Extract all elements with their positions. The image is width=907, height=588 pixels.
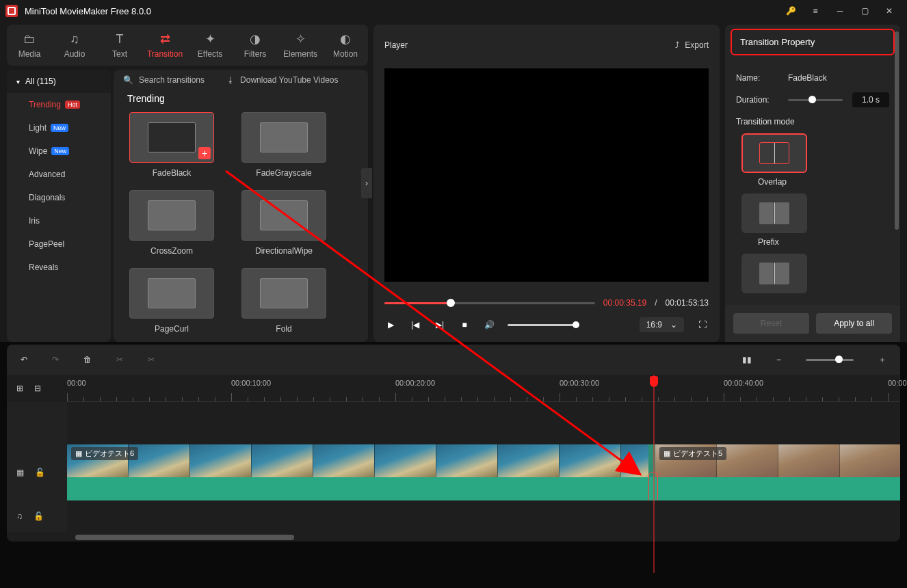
transition-crosszoom[interactable]: CrossZoom <box>127 190 216 256</box>
properties-title: Transition Property <box>731 29 895 55</box>
tab-motion[interactable]: ◐Motion <box>323 25 368 66</box>
zoom-slider[interactable] <box>806 359 854 361</box>
tab-audio[interactable]: ♫Audio <box>52 25 97 66</box>
stop-button[interactable]: ■ <box>458 320 471 330</box>
transition-icon: ⇄ <box>160 31 170 46</box>
folder-icon: 🗀 <box>23 32 36 46</box>
collapse-right-icon[interactable]: › <box>361 168 372 198</box>
category-iris[interactable]: Iris <box>7 209 111 232</box>
category-pagepeel[interactable]: PagePeel <box>7 232 111 256</box>
title-bar: MiniTool MovieMaker Free 8.0.0 🔑 ≡ ─ ▢ ✕ <box>0 0 907 22</box>
filters-icon: ◑ <box>250 31 261 46</box>
export-button[interactable]: ⤴ Export <box>675 40 709 50</box>
minimize-button[interactable]: ─ <box>828 0 852 22</box>
add-track-button[interactable]: ⊞ <box>16 384 23 393</box>
zoom-in-button[interactable]: ＋ <box>878 354 886 366</box>
prop-name-value: FadeBlack <box>788 73 827 83</box>
tab-elements[interactable]: ✧Elements <box>278 25 323 66</box>
lock-icon[interactable]: 🔓 <box>35 468 45 477</box>
export-icon: ⤴ <box>675 40 679 50</box>
clip-2-label: ▦ ビデオテスト5 <box>659 447 726 460</box>
clip-1[interactable] <box>67 444 648 477</box>
tab-media[interactable]: 🗀Media <box>7 25 52 66</box>
download-icon: ⭳ <box>226 75 235 85</box>
audio-lane[interactable] <box>67 500 900 532</box>
video-track: ▦🔓 ▦ ビデオテスト6 ▦ ビデオテスト5 <box>7 444 900 500</box>
category-diagonals[interactable]: Diagonals <box>7 186 111 209</box>
collapse-track-button[interactable]: ⊟ <box>34 384 41 393</box>
audio-track-icon: ♫ <box>16 511 23 521</box>
video-lane[interactable]: ▦ ビデオテスト6 ▦ ビデオテスト5 <box>67 444 900 500</box>
fit-button[interactable]: ▮▮ <box>742 355 752 364</box>
chevron-down-icon: ▾ <box>16 78 20 85</box>
volume-icon[interactable]: 🔊 <box>483 320 495 330</box>
app-logo-icon <box>5 5 18 17</box>
mode-suffix[interactable] <box>741 254 807 293</box>
split-button[interactable]: ✂ <box>116 355 123 364</box>
apply-all-button[interactable]: Apply to all <box>816 313 892 334</box>
category-list: ▾All (115) TrendingHotLightNewWipeNewAdv… <box>7 70 111 342</box>
play-button[interactable]: ▶ <box>384 320 397 330</box>
prop-duration-label: Duration: <box>736 95 778 105</box>
playhead-handle[interactable] <box>650 376 658 387</box>
player-label: Player <box>384 40 408 50</box>
tab-effects[interactable]: ✦Effects <box>187 25 233 66</box>
mode-overlap[interactable] <box>741 133 807 173</box>
zoom-out-button[interactable]: − <box>776 355 781 364</box>
transition-fadegrayscale[interactable]: FadeGrayscale <box>239 112 328 178</box>
tab-text[interactable]: TText <box>97 25 142 66</box>
aspect-ratio-select[interactable]: 16:9⌄ <box>640 317 684 332</box>
preview-viewport[interactable] <box>384 68 709 282</box>
category-reveals[interactable]: Reveals <box>7 256 111 279</box>
redo-button[interactable]: ↷ <box>52 355 59 364</box>
transition-pagecurl[interactable]: PageCurl <box>127 268 216 334</box>
maximize-button[interactable]: ▢ <box>852 0 877 22</box>
category-light[interactable]: LightNew <box>7 116 111 139</box>
delete-button[interactable]: 🗑 <box>83 355 92 364</box>
player-panel: › Player ⤴ Export 00:00:35.19 / 00:01:53… <box>373 25 720 342</box>
duration-value[interactable]: 1.0 s <box>852 92 889 107</box>
properties-panel: Transition Property Name:FadeBlack Durat… <box>725 25 900 342</box>
category-wipe[interactable]: WipeNew <box>7 139 111 163</box>
app-title: MiniTool MovieMaker Free 8.0.0 <box>25 6 778 16</box>
fullscreen-button[interactable]: ⛶ <box>696 320 709 330</box>
close-button[interactable]: ✕ <box>877 0 902 22</box>
search-input[interactable]: 🔍Search transitions <box>123 75 205 85</box>
transition-fadeblack[interactable]: +FadeBlack <box>127 112 216 178</box>
category-header[interactable]: ▾All (115) <box>7 70 111 93</box>
duration-slider[interactable] <box>788 99 843 101</box>
playhead-line <box>654 375 655 573</box>
transition-directionalwipe[interactable]: DirectionalWipe <box>239 190 328 256</box>
transition-fold[interactable]: Fold <box>239 268 328 334</box>
time-current: 00:00:35.19 <box>603 298 646 308</box>
text-icon: T <box>116 32 124 46</box>
key-icon[interactable]: 🔑 <box>778 0 803 22</box>
volume-slider[interactable] <box>508 324 576 326</box>
undo-button[interactable]: ↶ <box>21 355 27 364</box>
next-frame-button[interactable]: ▶| <box>434 320 446 330</box>
menu-icon[interactable]: ≡ <box>803 0 828 22</box>
category-advanced[interactable]: Advanced <box>7 163 111 186</box>
motion-icon: ◐ <box>340 31 351 46</box>
category-trending[interactable]: TrendingHot <box>7 93 111 116</box>
tab-transition[interactable]: ⇄Transition <box>142 25 187 66</box>
chevron-down-icon: ⌄ <box>670 320 677 330</box>
tool-tabs: 🗀Media ♫Audio TText ⇄Transition ✦Effects… <box>7 25 368 66</box>
prop-name-label: Name: <box>736 73 778 83</box>
reset-button[interactable]: Reset <box>733 313 809 334</box>
clip-1-label: ▦ ビデオテスト6 <box>71 447 138 460</box>
lock-icon[interactable]: 🔓 <box>34 511 44 521</box>
time-ruler[interactable]: 00:0000:00:10:0000:00:20:0000:00:30:0000… <box>67 375 900 402</box>
search-icon: 🔍 <box>123 75 133 85</box>
transition-browser: 🔍Search transitions ⭳Download YouTube Vi… <box>114 70 368 342</box>
crop-button[interactable]: ✂ <box>148 355 155 364</box>
scrollbar[interactable] <box>895 31 899 230</box>
seek-bar[interactable] <box>384 302 595 304</box>
prev-frame-button[interactable]: |◀ <box>409 320 421 330</box>
elements-icon: ✧ <box>295 31 306 46</box>
add-icon[interactable]: + <box>198 147 211 159</box>
tab-filters[interactable]: ◑Filters <box>233 25 278 66</box>
download-youtube-link[interactable]: ⭳Download YouTube Videos <box>226 75 338 85</box>
mode-prefix[interactable] <box>741 193 807 233</box>
timeline-scrollbar[interactable] <box>75 535 832 542</box>
